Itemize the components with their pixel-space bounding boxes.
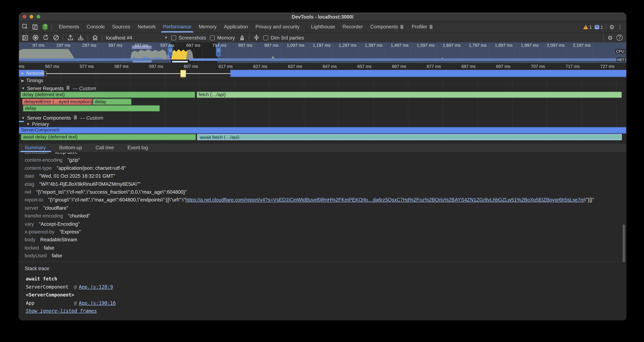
- tab-components[interactable]: Components: [366, 22, 408, 33]
- header-value: "cloudflare": [43, 205, 68, 211]
- panel-tabs: ElementsConsoleSourcesNetworkPerformance…: [55, 22, 437, 33]
- event-bar-fetch-api[interactable]: fetch (…/api): [196, 92, 622, 98]
- collapsed-triangle-icon[interactable]: ▶: [22, 71, 24, 75]
- track-timings[interactable]: ▶ Timings: [19, 77, 626, 84]
- collapse-recording-icon[interactable]: [253, 34, 260, 41]
- download-profile-icon[interactable]: [77, 34, 84, 41]
- record-icon[interactable]: [32, 34, 38, 41]
- issue-count: 1: [600, 25, 603, 29]
- track-primary[interactable]: ▼ Primary: [19, 121, 626, 127]
- toolbar-divider-1: [63, 34, 64, 41]
- timeline-ruler[interactable]: ms567 ms577 ms587 ms597 ms607 ms617 ms62…: [19, 63, 626, 70]
- header-row-content-type: content-type"application/json; charset=u…: [25, 164, 618, 172]
- details-tab-call-tree[interactable]: Call tree: [93, 144, 116, 152]
- frame-source-link[interactable]: App.js:128:9: [79, 284, 113, 290]
- help-icon[interactable]: ?: [616, 35, 622, 41]
- tab-network[interactable]: Network: [134, 22, 160, 33]
- history-select-value: localhost #4: [106, 35, 132, 41]
- header-value: "{\"report_to\":\"cf-nel\",\"success_fra…: [36, 189, 187, 195]
- details-tab-event-log[interactable]: Event log: [125, 144, 150, 152]
- server-requests-title: Server Requests: [27, 85, 64, 91]
- atom-icon: [66, 85, 70, 91]
- tab-console[interactable]: Console: [83, 22, 108, 33]
- ruler-tick-label: 707 ms: [520, 63, 545, 69]
- clear-icon[interactable]: [52, 34, 59, 41]
- record-and-reload-icon[interactable]: [42, 34, 49, 41]
- expanded-triangle-icon[interactable]: ▼: [22, 86, 25, 90]
- header-row-nel: nel"{\"report_to\":\"cf-nel\",\"success_…: [25, 188, 618, 196]
- dim-3rd-parties-checkbox[interactable]: Dim 3rd parties: [263, 35, 304, 41]
- event-bar-await-fetch-api[interactable]: await fetch (…/api): [197, 134, 622, 140]
- overview-tick-label: 197 ms: [46, 43, 70, 48]
- event-bar-delay[interactable]: delay: [23, 105, 160, 112]
- more-options-kebab-icon[interactable]: ⋮: [617, 24, 622, 30]
- event-bar-delay-deferred-text[interactable]: delay (deferred text): [20, 92, 195, 98]
- event-bar-delay[interactable]: delay: [93, 99, 132, 105]
- expanded-triangle-icon[interactable]: ▼: [22, 116, 25, 120]
- header-name: vary: [25, 221, 34, 227]
- overview-tick-label: 1,797 ms: [463, 43, 486, 48]
- tab-profiler[interactable]: Profiler: [408, 22, 437, 33]
- event-bar-await-delay-deferred-text[interactable]: await delay (deferred text): [21, 134, 196, 140]
- toolbar-divider-2: [88, 34, 88, 41]
- track-server-requests[interactable]: ▼ Server Requests — Custom: [19, 85, 626, 92]
- timeline-overview[interactable]: 97 ms197 ms297 ms397 ms497 ms597 ms697 m…: [19, 42, 626, 63]
- expanded-triangle-icon[interactable]: ▼: [26, 122, 30, 126]
- track-server-components[interactable]: ▼ Server Components — Custom: [19, 115, 626, 121]
- tab-sources[interactable]: Sources: [108, 22, 134, 33]
- device-toolbar-icon[interactable]: [32, 24, 38, 30]
- track-network[interactable]: ▶ Network: [19, 70, 626, 77]
- details-tab-bottom-up[interactable]: Bottom-up: [57, 144, 84, 152]
- server-requests-suffix: — Custom: [73, 85, 96, 91]
- warning-icon: [583, 25, 588, 29]
- flame-row: delay (deferred text)fetch (…/api): [19, 92, 626, 98]
- server-components-suffix: — Custom: [80, 115, 103, 121]
- ruler-tick-label: 577 ms: [68, 63, 94, 69]
- tab-privacy-and-security[interactable]: Privacy and security: [252, 22, 303, 33]
- header-row-date: date"Wed, 01 Oct 2025 18:32:01 GMT": [25, 172, 618, 180]
- ruler-tick-label: 567 ms: [34, 63, 59, 69]
- tab-memory[interactable]: Memory: [195, 22, 220, 33]
- stack-frame: App@App.js:190:16: [26, 299, 618, 307]
- collapsed-triangle-icon[interactable]: ▶: [22, 79, 24, 83]
- collect-garbage-icon[interactable]: [239, 34, 245, 41]
- event-bar-delayederror-ayed-exception[interactable]: delayedError (…ayed exception): [22, 99, 92, 105]
- memory-checkbox[interactable]: Memory: [210, 35, 235, 41]
- details-scrollbar-thumb[interactable]: [622, 224, 625, 262]
- details-tab-summary[interactable]: Summary: [22, 144, 48, 152]
- ruler-tick-label: 637 ms: [277, 63, 302, 69]
- show-ignore-listed-frames-link[interactable]: Show ignore-listed frames: [26, 308, 97, 314]
- overview-tick-label: 1,197 ms: [307, 43, 330, 48]
- report-to-url-link[interactable]: https://a.nel.cloudflare.com/report/v4?s…: [186, 197, 584, 203]
- overview-tick-label: 1,397 ms: [358, 43, 382, 48]
- header-row-x-powered-by: x-powered-by"Express": [25, 228, 618, 236]
- frame-at-symbol: @: [74, 300, 77, 306]
- tab-application[interactable]: Application: [220, 22, 252, 33]
- tab-recorder[interactable]: Recorder: [339, 22, 366, 33]
- overview-tick-label: 997 ms: [255, 43, 278, 48]
- issues-indicator[interactable]: 1: [595, 25, 603, 29]
- capture-settings-gear-icon[interactable]: ⚙: [608, 35, 613, 41]
- warnings-indicator[interactable]: 1: [583, 25, 592, 29]
- tab-performance[interactable]: Performance: [160, 22, 195, 33]
- toggle-sidebar-icon[interactable]: [22, 34, 28, 41]
- history-select[interactable]: localhost #4 ▼: [106, 35, 168, 41]
- upload-profile-icon[interactable]: [67, 34, 73, 41]
- header-value: ReadableStream: [40, 237, 77, 243]
- header-name: etag: [25, 181, 34, 187]
- tab-lighthouse[interactable]: Lighthouse: [307, 22, 339, 33]
- toolbar-right: ⚙ ?: [604, 34, 626, 41]
- home-icon[interactable]: [92, 34, 98, 41]
- dim-3rd-parties-checkbox-box: [263, 35, 268, 40]
- frame-source-link[interactable]: App.js:190:16: [79, 300, 116, 306]
- event-bar-servercomponent[interactable]: ServerComponent: [19, 127, 626, 133]
- header-name: content-encoding: [25, 157, 62, 163]
- screenshots-checkbox[interactable]: Screenshots: [171, 35, 206, 41]
- header-row-report-to: report-to"{\"group\":\"cf-nel\",\"max_ag…: [25, 196, 618, 204]
- tab-elements[interactable]: Elements: [55, 22, 83, 33]
- header-name: transfer-encoding: [25, 213, 63, 219]
- inspect-element-icon[interactable]: [22, 24, 28, 30]
- settings-gear-icon[interactable]: ⚙: [609, 24, 614, 30]
- ruler-tick-label: ms: [18, 63, 24, 69]
- extension-gem-icon[interactable]: [42, 24, 48, 30]
